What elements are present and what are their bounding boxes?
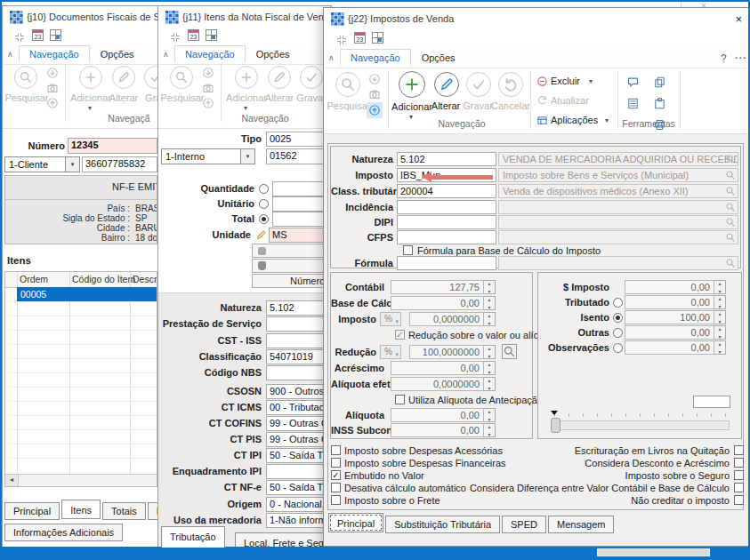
tipo-field[interactable]: 0025 bbox=[266, 132, 332, 147]
tab-navega-o[interactable]: Navegação bbox=[340, 49, 411, 66]
redu-o-spinner[interactable] bbox=[484, 345, 496, 359]
adicionar-dropdown-icon[interactable]: ▾ bbox=[88, 104, 95, 111]
ct-nf-e-field[interactable]: 50 - Saída Tribu bbox=[266, 480, 332, 495]
imposto-unit-select[interactable]: % bbox=[380, 312, 401, 326]
arrow-up-circle-icon[interactable] bbox=[368, 104, 381, 116]
utiliza-aliquota-antecipacao-checkbox[interactable] bbox=[395, 395, 405, 404]
gravar-button[interactable] bbox=[144, 66, 158, 89]
base-de-c-lculo-spinner[interactable] bbox=[484, 296, 496, 310]
formula-base-calculo-checkbox[interactable] bbox=[403, 245, 413, 255]
compress-window-icon[interactable] bbox=[336, 33, 347, 44]
cst-iss-field[interactable] bbox=[266, 333, 332, 348]
alterar-button[interactable] bbox=[112, 66, 135, 89]
aplicacoes-icon[interactable] bbox=[536, 114, 548, 125]
edit-pencil-icon[interactable] bbox=[255, 228, 267, 240]
al-quota-efetiva-field[interactable]: 0,0000000 bbox=[391, 377, 484, 391]
redu-o-unit-select[interactable]: % bbox=[380, 345, 401, 359]
tab-mensagem[interactable]: Mensagem bbox=[548, 516, 614, 533]
excluir-icon[interactable] bbox=[536, 75, 548, 86]
ct-pis-field[interactable]: 99 - Outras Op bbox=[266, 432, 332, 447]
numero-field[interactable]: 12345 bbox=[68, 138, 157, 154]
grid-selected-row[interactable]: 00005 bbox=[17, 287, 157, 301]
excluir-dropdown-icon[interactable]: ▾ bbox=[589, 77, 596, 84]
enquadramento-ipi-field[interactable] bbox=[266, 464, 332, 479]
origem-field[interactable]: 0 - Nacional, e bbox=[266, 497, 332, 512]
adicionar-button[interactable] bbox=[235, 66, 258, 89]
button-gra[interactable]: Gra bbox=[252, 244, 332, 258]
gravar-button[interactable] bbox=[466, 72, 491, 97]
search-lookup-icon[interactable] bbox=[725, 202, 736, 212]
grid-view-icon[interactable] bbox=[50, 29, 61, 41]
tab-substitui-o-tribut-ria[interactable]: Substituição Tributária bbox=[385, 516, 500, 533]
pesquisar-button[interactable] bbox=[14, 66, 37, 89]
escritura-o-em-livros-na-quita-o-checkbox[interactable] bbox=[734, 445, 744, 455]
imposto-spinner[interactable] bbox=[714, 280, 726, 294]
dipi-field[interactable] bbox=[397, 215, 496, 229]
arrow-up-circle-icon[interactable] bbox=[46, 97, 59, 109]
tributado-field[interactable]: 0,00 bbox=[625, 295, 714, 309]
quantidade-radio[interactable] bbox=[259, 184, 269, 194]
item-tipo-select[interactable]: 1-Interno▾ bbox=[161, 148, 255, 164]
search-lookup-icon[interactable] bbox=[725, 217, 736, 228]
al-quota-field[interactable]: 0,00 bbox=[391, 408, 484, 422]
tab-navega-o[interactable]: Navegação bbox=[19, 45, 90, 62]
c-digo-nbs-field[interactable] bbox=[266, 365, 332, 380]
imposto-field[interactable]: 0,0000000 bbox=[409, 312, 484, 326]
documento-field[interactable]: 36607785832 bbox=[82, 156, 157, 172]
preview-icon[interactable] bbox=[202, 82, 214, 94]
csosn-field[interactable]: 900 - Outros bbox=[266, 384, 332, 399]
cancelar-button[interactable] bbox=[498, 72, 523, 97]
cont-bil-field[interactable]: 127,75 bbox=[391, 280, 484, 294]
imposto-sobre-o-frete-checkbox[interactable] bbox=[331, 495, 341, 505]
list-icon[interactable] bbox=[626, 97, 640, 110]
combo-arrow-icon[interactable]: ▾ bbox=[240, 149, 254, 164]
collapse-ribbon-icon[interactable]: ∧ bbox=[163, 50, 172, 59]
desativa-c-lculo-autom-tico-checkbox[interactable] bbox=[331, 483, 341, 492]
more-options-icon[interactable]: ··· bbox=[735, 52, 750, 65]
help-icon[interactable]: ? bbox=[721, 52, 731, 65]
classifica-o-field[interactable]: 54071019 bbox=[266, 349, 332, 364]
arrow-down-circle-icon[interactable] bbox=[46, 67, 59, 79]
natureza-field[interactable]: 5.102 bbox=[397, 152, 496, 166]
ct-ipi-field[interactable]: 50 - Saída Tribu bbox=[266, 448, 332, 463]
cfps-field[interactable] bbox=[397, 230, 496, 244]
observa-es-radio[interactable] bbox=[613, 343, 623, 353]
redu-o-field[interactable]: 100,0000000 bbox=[409, 345, 484, 359]
arrow-down-circle-icon[interactable] bbox=[202, 67, 214, 79]
tab-informa-es-adicionais[interactable]: Informações Adicionais bbox=[4, 524, 123, 541]
grid-header-1[interactable]: Código do Item bbox=[72, 274, 135, 284]
pesquisar-button[interactable] bbox=[335, 72, 360, 97]
tab-op-es[interactable]: Opções bbox=[411, 49, 466, 66]
comment-icon[interactable] bbox=[626, 76, 640, 89]
alterar-button[interactable] bbox=[434, 72, 459, 97]
formula-field[interactable] bbox=[397, 256, 496, 270]
imposto-sobre-despesas-financeiras-checkbox[interactable] bbox=[331, 458, 341, 468]
cont-bil-spinner[interactable] bbox=[484, 280, 496, 294]
grid-header-2[interactable]: Descriçã bbox=[133, 274, 157, 284]
arrow-up-circle-icon[interactable] bbox=[202, 97, 214, 109]
codigo-field[interactable]: 01562 bbox=[266, 148, 332, 164]
class-tribut-ria-field[interactable]: 200004 bbox=[397, 184, 496, 198]
imposto-field[interactable]: 0,00 bbox=[625, 280, 714, 294]
isento-radio[interactable] bbox=[613, 313, 623, 323]
observa-es-spinner[interactable] bbox=[714, 340, 726, 355]
adicionar-dropdown-icon[interactable]: ▾ bbox=[244, 104, 251, 111]
gravar-button[interactable] bbox=[300, 66, 323, 89]
presta-o-de-servi-o-field[interactable] bbox=[266, 316, 332, 332]
tab-tributacao[interactable]: Tributação bbox=[161, 526, 225, 548]
base-de-c-lculo-field[interactable]: 0,00 bbox=[391, 296, 484, 310]
adicionar-button[interactable] bbox=[399, 71, 425, 98]
calendar-icon[interactable]: 23 bbox=[354, 32, 366, 44]
arrow-down-circle-icon[interactable] bbox=[368, 73, 381, 85]
acr-scimo-spinner[interactable] bbox=[484, 361, 496, 375]
outras-field[interactable]: 0,00 bbox=[625, 325, 714, 340]
inss-subcontr--field[interactable]: 0,00 bbox=[391, 423, 484, 437]
tab-totais[interactable]: Totais bbox=[102, 502, 146, 520]
incid-ncia-field[interactable] bbox=[397, 200, 496, 214]
embutido-no-valor-checkbox[interactable] bbox=[331, 470, 341, 480]
tributado-radio[interactable] bbox=[613, 298, 623, 308]
compress-window-icon[interactable] bbox=[14, 30, 25, 41]
adicionar-dropdown-icon[interactable]: ▾ bbox=[409, 113, 416, 120]
compress-window-icon[interactable] bbox=[170, 30, 181, 41]
total-radio[interactable] bbox=[259, 214, 269, 224]
